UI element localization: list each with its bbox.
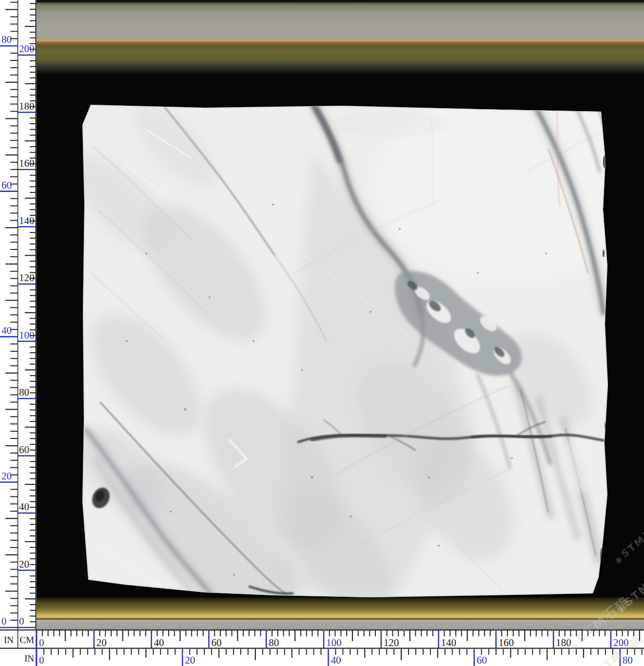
svg-text:160: 160 [19,157,35,169]
svg-text:140: 140 [441,637,457,648]
svg-text:CM: CM [20,635,34,645]
svg-text:160: 160 [498,637,514,648]
svg-text:IN: IN [24,653,34,664]
vertical-ruler: 020406080100120140160180200020406080 [0,0,37,629]
svg-text:IN: IN [4,635,14,645]
horizontal-ruler: 020406080100120140160180200020406080INCM… [0,629,644,666]
svg-text:140: 140 [19,215,35,227]
svg-text:80: 80 [19,386,29,398]
svg-text:0: 0 [39,654,44,666]
svg-text:40: 40 [1,324,12,336]
svg-text:40: 40 [331,654,341,666]
svg-text:60: 60 [477,654,487,666]
svg-text:60: 60 [1,179,12,191]
svg-text:180: 180 [19,100,35,112]
svg-text:200: 200 [19,43,35,55]
svg-text:0: 0 [1,615,7,627]
svg-text:100: 100 [326,637,342,648]
svg-text:0: 0 [19,615,24,627]
svg-text:20: 20 [185,654,195,666]
svg-text:80: 80 [269,637,279,648]
conveyor-gold-band [37,597,644,620]
slab-scan-viewport: 020406080100120140160180200020406080 020… [0,0,644,666]
svg-text:20: 20 [19,558,29,570]
svg-text:40: 40 [154,637,164,648]
svg-text:20: 20 [97,637,107,648]
conveyor-gray-band [37,620,644,629]
svg-text:100: 100 [19,329,35,341]
svg-text:60: 60 [19,444,29,456]
svg-text:60: 60 [211,637,221,648]
svg-text:120: 120 [19,272,35,284]
svg-text:80: 80 [1,34,12,45]
svg-text:20: 20 [1,470,12,482]
svg-text:120: 120 [384,637,399,648]
slab-image [0,0,644,666]
slab-texture [58,88,644,645]
svg-text:40: 40 [19,501,29,513]
svg-text:0: 0 [39,637,44,648]
